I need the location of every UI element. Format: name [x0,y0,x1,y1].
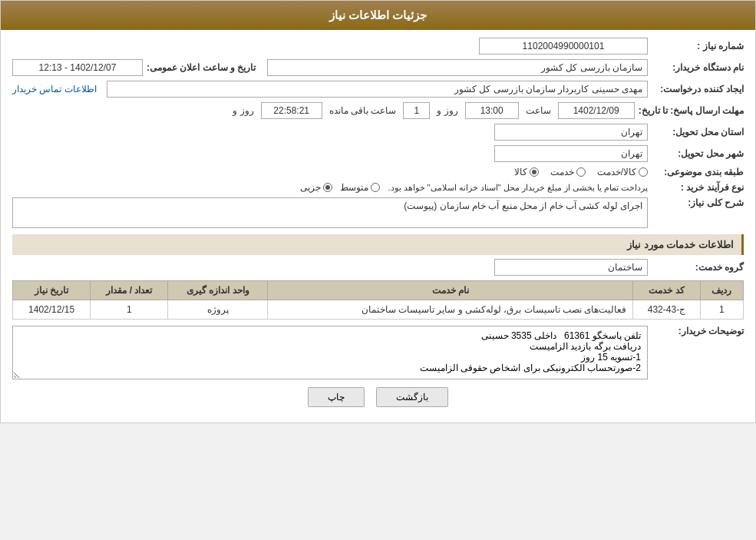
announce-date-label: تاریخ و ساعت اعلان عمومی: [147,62,256,73]
category-kala-khidmat[interactable]: کالا/خدمت [597,167,648,177]
buyer-org-value: سازمان بازرسی کل کشور [267,59,648,76]
deadline-remaining: 22:58:21 [261,102,322,119]
service-group-value: ساختمان [494,259,648,276]
category-label: طبقه بندی موضوعی: [652,167,744,177]
purchase-type-mutavasit-radio[interactable] [371,183,380,192]
back-button[interactable]: بازگشت [376,387,448,407]
category-kala[interactable]: کالا [514,167,539,177]
deadline-time: 13:00 [465,102,519,119]
category-kala-khidmat-radio[interactable] [639,167,648,177]
purchase-type-label: نوع فرآیند خرید : [652,182,744,193]
buyer-notes-textarea[interactable] [12,326,648,379]
page-header: جزئیات اطلاعات نیاز [1,1,755,30]
need-desc-label: شرح کلی نیاز: [652,197,744,208]
print-button[interactable]: چاپ [308,387,365,407]
button-row: بازگشت چاپ [12,387,744,407]
cell-row: 1 [700,300,743,320]
col-header-date: تاریخ نیاز [13,281,91,300]
deadline-date: 1402/12/09 [558,102,635,119]
need-number-value: 1102004990000101 [479,38,648,55]
col-header-row: ردیف [700,281,743,300]
province-value: تهران [494,124,648,141]
announce-date-value: 1402/12/07 - 12:13 [12,59,143,76]
services-table: ردیف کد خدمت نام خدمت واحد اندازه گیری ت… [12,280,744,320]
category-khidmat-radio[interactable] [576,167,586,177]
cell-qty: 1 [91,300,168,320]
table-row: 1 ج-43-432 فعالیت‌های نصب تاسیسات برق، ل… [13,300,744,320]
deadline-time-label: ساعت [526,105,551,116]
cell-code: ج-43-432 [633,300,700,320]
category-kala-radio[interactable] [530,167,539,177]
buyer-org-label: نام دستگاه خریدار: [652,62,744,73]
cell-unit: پروژه [168,300,268,320]
need-number-label: شماره نیاز : [652,41,744,51]
province-label: استان محل تحویل: [652,127,744,137]
purchase-type-mutavasit[interactable]: متوسط [340,182,380,193]
need-desc-value: اجرای لوله کشی آب خام از محل منبع آب خام… [12,197,648,228]
services-section-header: اطلاعات خدمات مورد نیاز [12,234,744,255]
creator-label: ایجاد کننده درخواست: [652,84,744,94]
purchase-type-jozii[interactable]: جزیی [300,182,332,193]
purchase-note: پرداخت تمام یا بخشی از مبلغ خریدار محل "… [388,183,648,193]
buyer-notes-label: توضیحات خریدار: [652,326,744,336]
deadline-label: مهلت ارسال پاسخ: تا تاریخ: [639,105,744,116]
services-table-container: ردیف کد خدمت نام خدمت واحد اندازه گیری ت… [12,280,744,320]
purchase-type-options: پرداخت تمام یا بخشی از مبلغ خریدار محل "… [12,182,648,193]
col-header-qty: تعداد / مقدار [91,281,168,300]
page-title: جزئیات اطلاعات نیاز [329,8,427,22]
remaining-unit: روز و [233,105,253,116]
cell-service-name: فعالیت‌های نصب تاسیسات برق، لوله‌کشی و س… [268,300,633,320]
category-options: کالا/خدمت خدمت کالا [12,167,648,177]
creator-value: مهدی حسینی کاربردار سازمان بازرسی کل کشو… [107,81,648,98]
city-label: شهر محل تحویل: [652,148,744,159]
buyer-notes-row: توضیحات خریدار: [12,326,744,379]
deadline-days: 1 [403,102,430,119]
col-header-name: نام خدمت [268,281,633,300]
deadline-day-label: روز و [437,105,457,116]
purchase-type-jozii-radio[interactable] [323,183,332,192]
creator-contact-link[interactable]: اطلاعات تماس خریدار [12,84,97,94]
city-value: تهران [494,145,648,162]
deadline-remaining-label: ساعت باقی مانده [329,105,397,116]
category-khidmat[interactable]: خدمت [550,167,586,177]
col-header-code: کد خدمت [633,281,700,300]
col-header-unit: واحد اندازه گیری [168,281,268,300]
cell-date: 1402/12/15 [13,300,91,320]
service-group-label: گروه خدمت: [652,262,744,273]
